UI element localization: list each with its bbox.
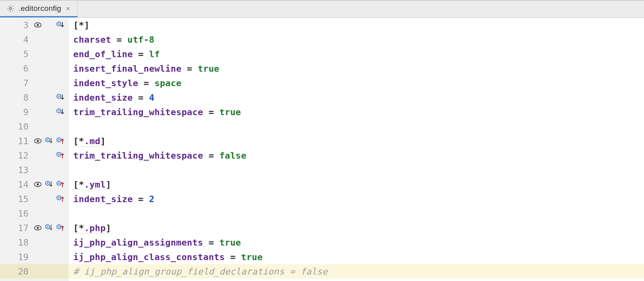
override-down-dotted-icon[interactable] xyxy=(45,136,54,145)
gutter-row[interactable]: 8 xyxy=(0,90,68,105)
section-header: [*] xyxy=(73,20,89,31)
tab-editorconfig[interactable]: .editorconfig × xyxy=(0,1,78,17)
comment-text: # ij_php_align_group_field_declarations … xyxy=(73,267,328,277)
value: space xyxy=(155,78,182,88)
line-number: 14 xyxy=(17,180,31,190)
value: utf-8 xyxy=(127,35,154,45)
key-end_of_line: end_of_line xyxy=(73,49,133,59)
override-down-dotted-icon[interactable] xyxy=(45,180,54,189)
value: false xyxy=(219,151,246,161)
section-header: [*.yml] xyxy=(73,180,111,190)
line-number: 20 xyxy=(17,267,31,277)
key-ij_php_align_class_constants: ij_php_align_class_constants xyxy=(73,252,225,262)
gutter-row[interactable]: 11 xyxy=(0,134,68,148)
gutter-row[interactable]: 20 xyxy=(0,264,68,279)
code-line[interactable]: [*.md] xyxy=(68,134,644,148)
close-icon[interactable]: × xyxy=(65,4,71,13)
key-charset: charset xyxy=(73,35,111,45)
value: 2 xyxy=(149,194,154,204)
line-number: 18 xyxy=(17,238,31,248)
line-number: 12 xyxy=(17,151,31,161)
line-number: 3 xyxy=(17,20,31,30)
gutter-row[interactable]: 13 xyxy=(0,163,68,177)
tab-label: .editorconfig xyxy=(19,4,61,13)
gutter-row[interactable]: 10 xyxy=(0,119,68,134)
gutter-row[interactable]: 15 xyxy=(0,192,68,206)
value: true xyxy=(241,252,263,262)
code-line[interactable]: [*.yml] xyxy=(68,177,644,192)
line-number: 6 xyxy=(17,64,31,74)
svg-point-0 xyxy=(9,7,11,9)
override-up-icon[interactable] xyxy=(56,223,65,232)
gear-icon xyxy=(6,4,14,12)
gutter-row[interactable]: 14 xyxy=(0,177,68,192)
eye-icon[interactable] xyxy=(33,223,42,232)
line-number: 8 xyxy=(17,93,31,103)
key-trim_trailing_whitespace: trim_trailing_whitespace xyxy=(73,151,203,161)
code-line[interactable]: trim_trailing_whitespace = true xyxy=(68,105,644,119)
section-header: [*.php] xyxy=(73,223,111,233)
code-line[interactable]: indent_size = 2 xyxy=(68,192,644,206)
code-line[interactable]: ij_php_align_class_constants = true xyxy=(68,250,644,264)
editor: 34567891011121314151617181920 [*]charset… xyxy=(0,18,644,281)
override-up-icon[interactable] xyxy=(56,194,65,203)
gutter-row[interactable]: 6 xyxy=(0,61,68,76)
code-line[interactable]: [*] xyxy=(68,18,644,32)
value: 4 xyxy=(149,93,154,103)
override-up-icon[interactable] xyxy=(56,136,65,145)
line-number: 13 xyxy=(17,165,31,175)
key-indent_style: indent_style xyxy=(73,78,138,88)
override-down-icon[interactable] xyxy=(56,21,65,29)
gutter-row[interactable]: 12 xyxy=(0,148,68,163)
gutter-row[interactable]: 16 xyxy=(0,206,68,221)
line-number: 7 xyxy=(17,78,31,88)
code-line[interactable]: trim_trailing_whitespace = false xyxy=(68,148,644,163)
code-line[interactable] xyxy=(68,119,644,134)
code-line[interactable]: indent_size = 4 xyxy=(68,90,644,105)
key-trim_trailing_whitespace: trim_trailing_whitespace xyxy=(73,107,203,117)
tab-bar: .editorconfig × xyxy=(0,0,644,18)
line-number: 19 xyxy=(17,252,31,262)
eye-icon[interactable] xyxy=(33,180,42,189)
gutter-row[interactable]: 4 xyxy=(0,32,68,47)
key-indent_size: indent_size xyxy=(73,194,133,204)
line-number: 10 xyxy=(17,122,31,132)
gutter-row[interactable]: 5 xyxy=(0,47,68,61)
code-line[interactable] xyxy=(68,206,644,221)
value: true xyxy=(219,238,241,248)
gutter-row[interactable]: 17 xyxy=(0,221,68,235)
code-line[interactable]: indent_style = space xyxy=(68,76,644,90)
section-header: [*.md] xyxy=(73,136,106,147)
eye-icon[interactable] xyxy=(33,21,42,29)
code-line[interactable]: end_of_line = lf xyxy=(68,47,644,61)
line-number: 15 xyxy=(17,194,31,204)
code-area[interactable]: [*]charset = utf-8end_of_line = lfinsert… xyxy=(68,18,644,281)
line-number: 5 xyxy=(17,49,31,59)
gutter-row[interactable]: 3 xyxy=(0,18,68,32)
key-ij_php_align_assignments: ij_php_align_assignments xyxy=(73,238,203,248)
value: true xyxy=(198,64,219,74)
line-number: 17 xyxy=(17,223,31,233)
line-number: 16 xyxy=(17,209,31,219)
override-down-dotted-icon[interactable] xyxy=(45,223,54,232)
code-line[interactable]: ij_php_align_assignments = true xyxy=(68,235,644,250)
gutter-row[interactable]: 19 xyxy=(0,250,68,264)
override-up-icon[interactable] xyxy=(56,180,65,189)
override-down-icon[interactable] xyxy=(56,93,65,102)
code-line[interactable]: insert_final_newline = true xyxy=(68,61,644,76)
gutter: 34567891011121314151617181920 xyxy=(0,18,68,281)
code-line[interactable] xyxy=(68,163,644,177)
key-insert_final_newline: insert_final_newline xyxy=(73,64,182,74)
override-down-icon[interactable] xyxy=(56,107,65,116)
gutter-row[interactable]: 18 xyxy=(0,235,68,250)
code-line[interactable]: [*.php] xyxy=(68,221,644,235)
eye-icon[interactable] xyxy=(33,136,42,145)
override-up-icon[interactable] xyxy=(56,151,65,160)
key-indent_size: indent_size xyxy=(73,93,133,103)
code-line[interactable]: # ij_php_align_group_field_declarations … xyxy=(68,264,644,279)
gutter-row[interactable]: 9 xyxy=(0,105,68,119)
gutter-row[interactable]: 7 xyxy=(0,76,68,90)
code-line[interactable]: charset = utf-8 xyxy=(68,32,644,47)
value: true xyxy=(219,107,241,117)
line-number: 11 xyxy=(17,136,31,146)
